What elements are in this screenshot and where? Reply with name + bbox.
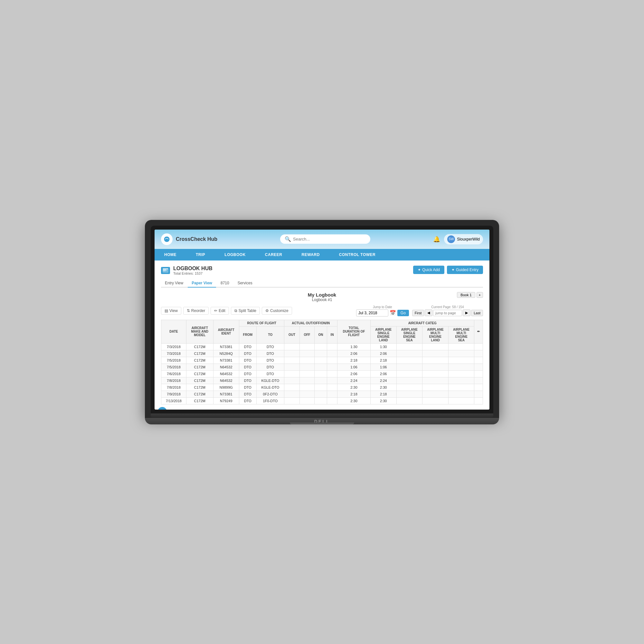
- table-cell: [474, 391, 483, 397]
- book-tab-1[interactable]: Book 1: [457, 292, 475, 298]
- table-cell: 7/3/2018: [161, 350, 186, 357]
- search-bar[interactable]: 🔍: [280, 234, 370, 244]
- table-cell: [299, 350, 314, 357]
- table-cell: DTO: [256, 357, 284, 364]
- tabs: Entry View Paper View 8710 Services: [161, 279, 483, 288]
- customize-button[interactable]: ⚙ Customize: [262, 307, 292, 315]
- go-button[interactable]: Go: [397, 310, 409, 316]
- header-actual: ACTUAL OUT/OFF/ON/IN: [284, 320, 337, 326]
- book-subtitle: Logbook #1: [161, 298, 483, 302]
- table-row: 7/5/2018C172MN64532DTODTO1:061:06: [161, 364, 483, 370]
- guided-entry-button[interactable]: ✦ Guided Entry: [447, 266, 483, 274]
- table-cell: [299, 377, 314, 384]
- table-cell: N73381: [213, 391, 239, 397]
- logbook-hub-icon: [161, 267, 170, 274]
- table-cell: [474, 364, 483, 370]
- table-cell: [422, 343, 449, 350]
- table-cell: [422, 364, 449, 370]
- prev-page-button[interactable]: ◀: [425, 309, 432, 316]
- tab-8710[interactable]: 8710: [217, 279, 233, 288]
- tab-paper-view[interactable]: Paper View: [188, 279, 216, 288]
- header-ident: AIRCRAFTIDENT: [213, 320, 239, 343]
- edit-button[interactable]: ✏ Edit: [211, 307, 229, 315]
- laptop-base: DELL: [145, 418, 499, 424]
- table-cell: [396, 357, 422, 364]
- table-cell: [314, 357, 327, 364]
- split-icon: ⧉: [234, 308, 237, 313]
- table-cell: [314, 377, 327, 384]
- header-total-duration: TOTALDURATION OFFLIGHT: [337, 320, 371, 343]
- calendar-icon[interactable]: 📅: [390, 310, 396, 316]
- table-cell: [448, 364, 474, 370]
- table-cell: C172M: [186, 343, 213, 350]
- quick-add-button[interactable]: ✦ Quick Add: [413, 266, 444, 274]
- username: SlouxperWild: [457, 237, 480, 241]
- table-cell: [448, 370, 474, 377]
- nav-home[interactable]: HOME: [155, 249, 186, 260]
- table-cell: 7/5/2018: [161, 364, 186, 370]
- table-cell: [299, 370, 314, 377]
- view-button[interactable]: ▤ View: [161, 307, 181, 315]
- header-from: FROM: [239, 326, 256, 343]
- nav-career[interactable]: CAREER: [255, 249, 292, 260]
- notification-icon[interactable]: 🔔: [433, 236, 440, 243]
- table-cell: 7/8/2018: [161, 377, 186, 384]
- table-cell: [314, 384, 327, 391]
- table-cell: [448, 384, 474, 391]
- table-cell: [474, 343, 483, 350]
- table-cell: C172M: [186, 370, 213, 377]
- table-cell: N64532: [213, 370, 239, 377]
- table-cell: 2:24: [370, 377, 396, 384]
- table-cell: [448, 391, 474, 397]
- edit-icon: ✏: [214, 308, 217, 313]
- nav-control-tower[interactable]: CONTROL TOWER: [329, 249, 385, 260]
- table-cell: 2:06: [337, 350, 371, 357]
- table-cell: [299, 364, 314, 370]
- nav-reward[interactable]: REWARD: [292, 249, 329, 260]
- laptop-bottom: [151, 413, 493, 418]
- table-cell: 2:24: [337, 377, 371, 384]
- table-cell: [284, 384, 300, 391]
- table-cell: [314, 343, 327, 350]
- first-page-button[interactable]: First: [412, 310, 424, 316]
- nav-trip[interactable]: TRIP: [186, 249, 215, 260]
- table-cell: [327, 343, 337, 350]
- laptop-body: CrossCheck Hub 🔍 🔔 SW SlouxperWild: [145, 220, 499, 418]
- nav-logbook[interactable]: LOGBOOK: [215, 249, 255, 260]
- table-cell: DTO: [239, 364, 256, 370]
- table-cell: 2:18: [370, 357, 396, 364]
- table-cell: 0F2-DTO: [256, 391, 284, 397]
- table-cell: [422, 397, 449, 404]
- table-cell: [284, 370, 300, 377]
- table-cell: DTO: [239, 391, 256, 397]
- table-cell: 7/6/2018: [161, 370, 186, 377]
- table-cell: [327, 357, 337, 364]
- table-cell: DTO: [239, 370, 256, 377]
- page-input[interactable]: [433, 310, 462, 316]
- table-cell: 2:30: [370, 397, 396, 404]
- user-menu[interactable]: SW SlouxperWild: [444, 234, 483, 244]
- reorder-button[interactable]: ⇅ Reorder: [183, 307, 209, 315]
- table-cell: 7/8/2018: [161, 384, 186, 391]
- tab-services[interactable]: Services: [234, 279, 256, 288]
- search-input[interactable]: [293, 237, 366, 241]
- table-cell: DTO: [239, 397, 256, 404]
- table-cell: [396, 377, 422, 384]
- search-icon: 🔍: [285, 236, 291, 242]
- table-cell: 2:30: [370, 384, 396, 391]
- table-cell: [314, 370, 327, 377]
- table-cell: [314, 391, 327, 397]
- split-table-button[interactable]: ⧉ Split Table: [231, 307, 260, 315]
- table-cell: N79249: [213, 397, 239, 404]
- book-tab-add[interactable]: +: [477, 292, 483, 298]
- table-cell: 1:06: [370, 364, 396, 370]
- date-input[interactable]: [356, 309, 388, 317]
- table-cell: [299, 384, 314, 391]
- tab-entry-view[interactable]: Entry View: [161, 279, 187, 288]
- last-page-button[interactable]: Last: [471, 310, 483, 316]
- table-cell: [474, 370, 483, 377]
- table-cell: 1:30: [370, 343, 396, 350]
- next-page-button[interactable]: ▶: [463, 309, 470, 316]
- table-row: 7/8/2018C172MN64532DTOKGLE-DTO2:242:24: [161, 377, 483, 384]
- table-row: 7/5/2018C172MN73381DTODTO2:182:18: [161, 357, 483, 364]
